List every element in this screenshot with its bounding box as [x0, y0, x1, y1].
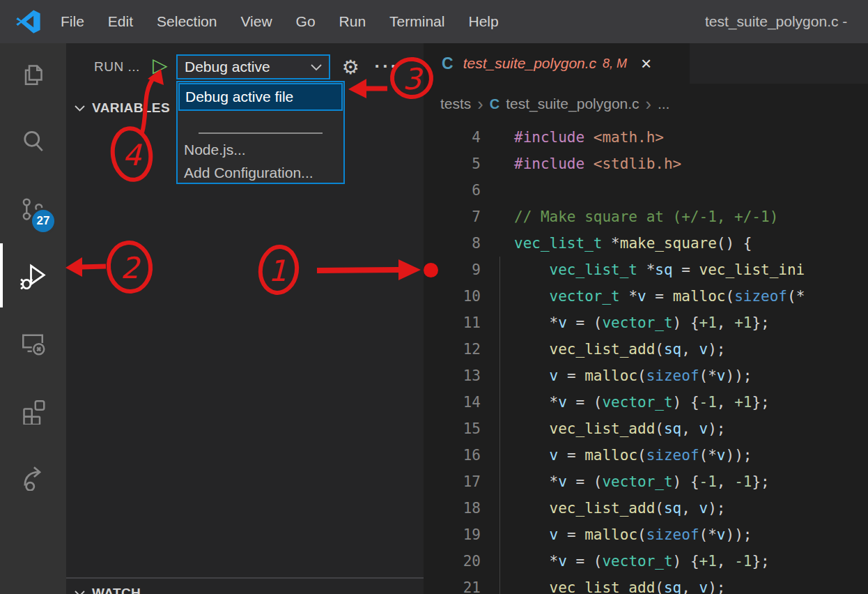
tab-filename: test_suite_polygon.c — [463, 55, 596, 72]
menu-edit[interactable]: Edit — [96, 13, 145, 30]
breadcrumb-file[interactable]: test_suite_polygon.c — [506, 96, 639, 112]
code-text[interactable]: v = malloc(sizeof(*v)); — [514, 363, 752, 389]
code-text[interactable]: #include <math.h> — [514, 124, 664, 151]
menu-separator — [199, 132, 323, 134]
menu-view[interactable]: View — [228, 13, 284, 30]
tab-test-suite-polygon[interactable]: C test_suite_polygon.c 8, M × — [424, 43, 690, 84]
line-number[interactable]: 18 — [424, 495, 481, 521]
code-text[interactable]: *v = (vector_t) {-1, -1}; — [514, 469, 770, 495]
code-text[interactable]: v = malloc(sizeof(*v)); — [514, 521, 752, 548]
run-and-debug-icon — [19, 261, 47, 289]
activity-item-explorer[interactable] — [16, 58, 49, 91]
code-text[interactable]: vector_t *v = malloc(sizeof(* — [514, 283, 805, 310]
chevron-down-icon — [311, 63, 322, 71]
debug-sidebar: RUN ... ▷ Debug active ⚙ ··· Debug activ… — [66, 43, 424, 594]
code-line: 12 vec_list_add(sq, v); — [424, 336, 868, 363]
line-number[interactable]: 10 — [424, 283, 481, 310]
ellipsis-icon: ··· — [375, 56, 399, 77]
code-text[interactable]: *v = (vector_t) {-1, +1}; — [514, 389, 770, 416]
line-number[interactable]: 5 — [424, 151, 481, 177]
chevron-down-icon — [75, 590, 85, 594]
source-control-badge: 27 — [32, 210, 54, 232]
menu-go[interactable]: Go — [284, 13, 327, 30]
code-line: 5#include <stdlib.h> — [424, 151, 868, 177]
line-number[interactable]: 19 — [424, 521, 481, 548]
start-debugging-button[interactable]: ▷ — [153, 50, 168, 81]
activity-item-remote-explorer[interactable] — [16, 326, 49, 360]
code-text[interactable]: vec_list_add(sq, v); — [514, 336, 726, 363]
line-number[interactable]: 15 — [424, 416, 481, 442]
breakpoint-dot[interactable] — [424, 263, 438, 277]
menu-selection[interactable]: Selection — [145, 13, 228, 30]
code-line: 10 vector_t *v = malloc(sizeof(* — [424, 283, 868, 310]
activity-item-run-and-debug[interactable] — [16, 259, 49, 292]
code-text[interactable]: vec_list_t *make_square() { — [514, 230, 752, 257]
code-line: 14 *v = (vector_t) {-1, +1}; — [424, 389, 868, 416]
line-number[interactable]: 21 — [424, 574, 481, 594]
share-icon — [19, 463, 47, 491]
gear-icon: ⚙ — [341, 56, 359, 78]
menubar: File Edit Selection View Go Run Terminal… — [49, 0, 511, 43]
chevron-down-icon — [75, 105, 85, 112]
line-number[interactable]: 14 — [424, 389, 481, 416]
line-number[interactable]: 13 — [424, 363, 481, 389]
code-editor[interactable]: 4#include <math.h>5#include <stdlib.h>67… — [424, 124, 868, 594]
line-number[interactable]: 16 — [424, 442, 481, 469]
activity-item-extensions[interactable] — [16, 394, 49, 427]
debug-config-dropdown[interactable]: Debug active — [176, 54, 330, 79]
watch-section-header[interactable]: WATCH — [66, 583, 424, 594]
vscode-window: File Edit Selection View Go Run Terminal… — [0, 0, 868, 594]
code-text[interactable]: vec_list_add(sq, v); — [514, 574, 726, 594]
code-text[interactable]: #include <stdlib.h> — [514, 151, 681, 177]
more-actions-button[interactable]: ··· — [371, 52, 402, 82]
line-number[interactable]: 20 — [424, 548, 481, 574]
line-number[interactable]: 4 — [424, 124, 481, 151]
editor-group: C test_suite_polygon.c 8, M × tests › C … — [424, 43, 868, 594]
code-text[interactable]: *v = (vector_t) {+1, +1}; — [514, 310, 770, 336]
code-text[interactable]: *v = (vector_t) {+1, -1}; — [514, 548, 770, 574]
c-language-icon: C — [442, 54, 454, 73]
remote-explorer-icon — [19, 329, 47, 357]
tab-close-button[interactable]: × — [641, 56, 651, 70]
chevron-right-icon: › — [477, 94, 483, 114]
line-number[interactable]: 17 — [424, 469, 481, 495]
debug-panel-header: RUN ... ▷ Debug active ⚙ ··· — [66, 52, 424, 82]
variables-section-label: VARIABLES — [92, 100, 170, 116]
title-bar: File Edit Selection View Go Run Terminal… — [0, 0, 868, 43]
panel-title: RUN ... — [94, 59, 140, 75]
debug-config-value: Debug active — [185, 59, 311, 75]
menu-help[interactable]: Help — [456, 13, 510, 30]
breadcrumb-symbol[interactable]: ... — [658, 96, 670, 112]
code-text[interactable]: // Make square at (+/-1, +/-1) — [514, 204, 778, 230]
tab-problems-badge: 8, M — [603, 56, 627, 71]
watch-section-label: WATCH — [92, 586, 141, 594]
section-divider — [66, 577, 424, 579]
menu-file[interactable]: File — [49, 13, 96, 30]
menu-item-add-configuration[interactable]: Add Configuration... — [178, 161, 343, 184]
menu-item-debug-active-file[interactable]: Debug active file — [178, 83, 343, 111]
breadcrumb-folder[interactable]: tests — [440, 96, 471, 112]
code-text[interactable]: v = malloc(sizeof(*v)); — [514, 442, 752, 469]
indent-guide — [499, 257, 500, 594]
code-text[interactable]: vec_list_add(sq, v); — [514, 495, 726, 521]
code-line: 19 v = malloc(sizeof(*v)); — [424, 521, 868, 548]
vscode-logo-icon — [15, 8, 42, 35]
code-line: 18 vec_list_add(sq, v); — [424, 495, 868, 521]
code-text[interactable]: vec_list_t *sq = vec_list_ini — [514, 257, 805, 283]
line-number[interactable]: 12 — [424, 336, 481, 363]
code-line: 17 *v = (vector_t) {-1, -1}; — [424, 469, 868, 495]
code-line: 9 vec_list_t *sq = vec_list_ini — [424, 257, 868, 283]
active-view-indicator — [0, 243, 3, 307]
menu-terminal[interactable]: Terminal — [378, 13, 456, 30]
line-number[interactable]: 6 — [424, 177, 481, 204]
line-number[interactable]: 11 — [424, 310, 481, 336]
line-number[interactable]: 8 — [424, 230, 481, 257]
debug-settings-button[interactable]: ⚙ — [338, 52, 363, 82]
code-text[interactable]: vec_list_add(sq, v); — [514, 416, 726, 442]
activity-item-search[interactable] — [16, 125, 49, 158]
activity-item-live-share[interactable] — [16, 460, 49, 494]
menu-run[interactable]: Run — [327, 13, 378, 30]
menu-item-nodejs[interactable]: Node.js... — [178, 138, 343, 161]
line-number[interactable]: 7 — [424, 204, 481, 230]
extensions-icon — [19, 397, 47, 425]
